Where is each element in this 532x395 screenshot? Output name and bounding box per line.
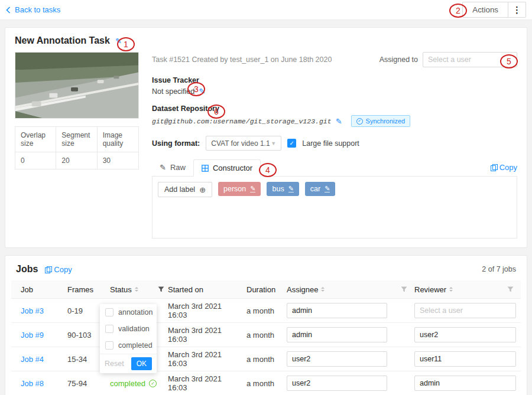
job-link[interactable]: Job #4	[21, 355, 44, 364]
dataset-repository-url: git@github.com:username/git_storage_v123…	[152, 117, 332, 125]
labels-tabs: ✎ Raw Constructor Copy	[152, 159, 517, 176]
duration-value: a month	[246, 306, 274, 315]
jobs-count: 2 of 7 jobs	[482, 265, 516, 273]
started-value: March 3rd 2021 16:03	[168, 350, 242, 368]
jobs-table-header: Job Frames Status Started on Duration As…	[11, 280, 521, 299]
actions-menu-dots-button[interactable]: ⋮	[508, 2, 526, 18]
copy-jobs-link[interactable]: Copy	[45, 265, 72, 274]
task-preview-image	[15, 52, 139, 119]
pencil-icon: ✎	[160, 163, 166, 172]
column-status[interactable]: Status	[110, 280, 168, 298]
duration-value: a month	[246, 331, 274, 339]
sort-icon[interactable]	[449, 285, 453, 293]
column-duration: Duration	[246, 280, 287, 298]
assignee-input[interactable]	[287, 327, 387, 342]
assignee-input[interactable]	[287, 303, 387, 318]
label-chip-car[interactable]: car ✎	[305, 182, 336, 196]
task-parameters-table: Overlap size Segment size Image quality …	[15, 126, 139, 169]
actions-button[interactable]: Actions	[462, 2, 508, 18]
actions-button-group: Actions ⋮	[462, 2, 526, 18]
copy-icon	[491, 164, 497, 171]
reviewer-input[interactable]	[414, 351, 516, 367]
sync-status-badge: ✓ Synchronized	[351, 115, 411, 127]
frames-value: 75-94	[67, 379, 87, 388]
annotation-circle-4: 4	[259, 163, 277, 177]
sort-icon[interactable]	[321, 285, 325, 293]
job-link[interactable]: Job #3	[21, 306, 44, 315]
frames-value: 15-34	[67, 355, 87, 364]
filter-option-completed[interactable]: completed	[100, 337, 157, 354]
filter-ok-button[interactable]: OK	[131, 357, 152, 370]
started-value: March 3rd 2021 16:03	[168, 326, 242, 344]
filter-reset-button[interactable]: Reset	[105, 360, 124, 368]
filter-icon-reviewer[interactable]	[507, 286, 514, 293]
reviewer-input[interactable]	[414, 327, 516, 342]
table-row: Job #8 75-94 completed ✓ March 3rd 2021 …	[11, 371, 521, 395]
back-chevron-icon	[6, 6, 11, 14]
status-filter-dropdown: annotation validation completed Reset OK	[100, 304, 157, 373]
frames-value: 0-19	[67, 306, 83, 315]
annotation-circle-2: 2	[449, 4, 467, 18]
add-label-button[interactable]: Add label ⊕	[158, 182, 212, 197]
assignee-input[interactable]	[287, 351, 387, 367]
filter-icon-status[interactable]	[158, 286, 164, 293]
task-details-card: New Annotation Task ✎ Overlap size Seg	[5, 27, 527, 248]
table-row: Job #3 0-19 March 3rd 2021 16:03 a month	[11, 299, 521, 323]
copy-icon	[45, 266, 51, 273]
large-file-checkbox[interactable]: ✓	[287, 139, 296, 148]
annotation-circle-6: 6	[207, 105, 225, 119]
constructor-block-icon	[202, 165, 209, 172]
param-header: Segment size	[56, 127, 97, 152]
duration-value: a month	[246, 355, 274, 364]
reviewer-input[interactable]	[414, 303, 516, 318]
frames-value: 90-103	[67, 331, 91, 339]
reviewer-input[interactable]	[414, 376, 516, 391]
format-select[interactable]: CVAT for video 1.1 ▼	[206, 136, 281, 151]
sync-check-icon: ✓	[356, 118, 363, 125]
assigned-to-label: Assigned to	[379, 56, 418, 64]
column-frames: Frames	[67, 280, 110, 298]
format-selected-value: CVAT for video 1.1	[211, 139, 270, 148]
large-file-label: Large file support	[302, 139, 359, 148]
chevron-down-icon: ▼	[271, 141, 276, 146]
filter-option-validation[interactable]: validation	[100, 321, 157, 337]
label-chip-bus[interactable]: bus ✎	[267, 182, 299, 196]
param-value-quality: 30	[98, 152, 138, 169]
issue-tracker-label: Issue Tracker	[152, 76, 517, 84]
checkbox-completed[interactable]	[105, 341, 113, 350]
edit-label-icon[interactable]: ✎	[288, 185, 294, 192]
checkbox-annotation[interactable]	[105, 308, 113, 316]
job-link[interactable]: Job #9	[21, 331, 44, 339]
back-label: Back to tasks	[15, 5, 60, 14]
filter-option-annotation[interactable]: annotation	[100, 304, 157, 321]
label-chip-person[interactable]: person ✎	[218, 182, 261, 196]
job-link[interactable]: Job #8	[21, 379, 44, 388]
column-assignee[interactable]: Assignee	[287, 280, 414, 298]
annotation-circle-1: 1	[117, 37, 135, 51]
column-job: Job	[11, 280, 67, 298]
sort-icon[interactable]	[135, 285, 138, 293]
checkbox-validation[interactable]	[105, 325, 113, 333]
column-reviewer[interactable]: Reviewer	[414, 280, 521, 298]
tab-constructor[interactable]: Constructor	[193, 159, 261, 177]
column-started-on: Started on	[168, 280, 246, 298]
edit-label-icon[interactable]: ✎	[250, 185, 255, 192]
param-value-overlap: 0	[15, 152, 56, 169]
started-value: March 3rd 2021 16:03	[168, 374, 242, 392]
dataset-repository-label: Dataset Repository	[152, 105, 517, 113]
back-to-tasks-link[interactable]: Back to tasks	[6, 5, 60, 14]
assignee-input[interactable]	[287, 376, 387, 391]
jobs-table: Job Frames Status Started on Duration As…	[11, 280, 521, 395]
copy-labels-link[interactable]: Copy	[491, 163, 517, 172]
edit-repository-icon[interactable]: ✎	[336, 117, 342, 126]
jobs-title: Jobs	[16, 264, 38, 275]
edit-label-icon[interactable]: ✎	[325, 185, 330, 192]
task-title: New Annotation Task	[15, 35, 110, 46]
task-meta: Task #1521 Created by test_user_1 on Jun…	[152, 56, 379, 64]
started-value: March 3rd 2021 16:03	[168, 302, 242, 319]
table-row: Job #4 15-34 March 3rd 2021 16:03 a mont…	[11, 347, 521, 371]
param-header: Overlap size	[15, 127, 56, 152]
tab-raw[interactable]: ✎ Raw	[152, 159, 193, 176]
filter-icon-assignee[interactable]	[401, 286, 407, 293]
param-header: Image quality	[98, 127, 138, 152]
